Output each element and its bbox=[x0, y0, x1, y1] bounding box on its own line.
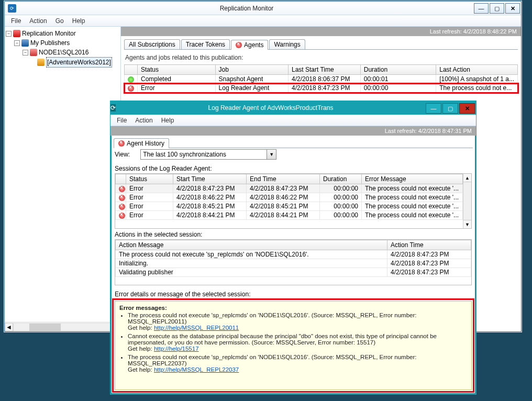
table-row[interactable]: Error4/2/2018 8:46:22 PM4/2/2018 8:46:22… bbox=[116, 193, 463, 202]
error-item: Cannot execute as the database principal… bbox=[128, 333, 467, 352]
actions-grid[interactable]: Action Message Action Time The process c… bbox=[115, 240, 471, 277]
scroll-left-icon[interactable]: ◄ bbox=[5, 323, 13, 331]
error-item: The process could not execute 'sp_replcm… bbox=[128, 354, 467, 373]
log-reader-agent-dialog: ⟳ Log Reader Agent of AdvWorksProductTra… bbox=[110, 101, 476, 395]
maximize-button[interactable]: ▢ bbox=[490, 3, 504, 14]
minimize-button[interactable]: — bbox=[474, 3, 489, 14]
tree-collapse-icon[interactable]: − bbox=[6, 31, 12, 37]
app-icon: ⟳ bbox=[8, 4, 16, 13]
table-row[interactable]: Error4/2/2018 8:44:21 PM4/2/2018 8:44:21… bbox=[116, 211, 463, 220]
error-item: The process could not execute 'sp_replcm… bbox=[128, 312, 467, 331]
error-icon bbox=[119, 213, 125, 219]
tree-collapse-icon[interactable]: − bbox=[23, 50, 28, 55]
tab-agents[interactable]: Agents bbox=[231, 40, 268, 50]
main-titlebar: ⟳ Replication Monitor — ▢ ✕ bbox=[5, 2, 521, 15]
dialog-minimize-button[interactable]: — bbox=[426, 103, 441, 114]
dialog-titlebar: ⟳ Log Reader Agent of AdvWorksProductTra… bbox=[110, 101, 476, 115]
sessions-grid[interactable]: Status Start Time End Time Duration Erro… bbox=[115, 174, 463, 220]
main-menubar: File Action Go Help bbox=[5, 15, 521, 27]
tab-tracer-tokens[interactable]: Tracer Tokens bbox=[181, 39, 230, 49]
dialog-last-refresh: Last refresh: 4/2/2018 8:47:31 PM bbox=[110, 126, 476, 136]
tree-publication[interactable]: [AdventureWorks2012] bbox=[6, 57, 119, 68]
table-row[interactable]: Error4/2/2018 8:47:23 PM4/2/2018 8:47:23… bbox=[116, 184, 463, 193]
error-icon bbox=[236, 42, 242, 48]
agents-grid-header: Status Job Last Start Time Duration Last… bbox=[125, 65, 518, 75]
agents-grid[interactable]: Status Job Last Start Time Duration Last… bbox=[124, 64, 518, 93]
table-row[interactable]: Initializing.4/2/2018 8:47:23 PM bbox=[116, 259, 471, 268]
menu-file[interactable]: File bbox=[113, 116, 131, 125]
menu-file[interactable]: File bbox=[7, 16, 25, 26]
close-button[interactable]: ✕ bbox=[505, 3, 520, 14]
server-error-icon bbox=[30, 49, 37, 56]
tab-agent-history[interactable]: Agent History bbox=[114, 138, 169, 148]
sessions-label: Sessions of the Log Reader Agent: bbox=[110, 163, 476, 173]
menu-help[interactable]: Help bbox=[68, 16, 90, 26]
error-icon bbox=[119, 195, 125, 201]
error-icon bbox=[119, 186, 125, 192]
app-icon: ⟳ bbox=[110, 104, 116, 112]
actions-grid-header: Action Message Action Time bbox=[116, 240, 471, 250]
tree-scrollbar[interactable]: ◄ ► bbox=[5, 322, 120, 331]
scroll-up-icon[interactable]: ▲ bbox=[463, 174, 471, 182]
error-icon bbox=[128, 85, 134, 92]
menu-go[interactable]: Go bbox=[51, 16, 68, 26]
view-combobox[interactable]: The last 100 synchronizations ▼ bbox=[140, 149, 276, 160]
table-row[interactable]: The process could not execute 'sp_replcm… bbox=[116, 250, 471, 259]
dialog-maximize-button[interactable]: ▢ bbox=[442, 103, 458, 114]
scroll-down-icon[interactable]: ▼ bbox=[463, 220, 471, 228]
tab-all-subscriptions[interactable]: All Subscriptions bbox=[124, 39, 180, 49]
dialog-menubar: File Action Help bbox=[110, 115, 476, 126]
success-icon bbox=[128, 76, 134, 83]
error-icon bbox=[118, 140, 125, 147]
tree-collapse-icon[interactable]: − bbox=[14, 40, 20, 46]
dialog-close-button[interactable]: ✕ bbox=[459, 103, 475, 114]
menu-action[interactable]: Action bbox=[25, 16, 51, 26]
tree-pane: − Replication Monitor − My Publishers − … bbox=[5, 27, 121, 331]
last-refresh-bar: Last refresh: 4/2/2018 8:48:22 PM bbox=[121, 27, 521, 36]
sessions-grid-header: Status Start Time End Time Duration Erro… bbox=[116, 174, 463, 184]
replication-monitor-icon bbox=[13, 30, 20, 37]
publishers-icon bbox=[21, 39, 29, 47]
error-details-box: Error messages: The process could not ex… bbox=[115, 301, 472, 390]
main-title: Replication Monitor bbox=[19, 5, 474, 12]
table-row-highlighted[interactable]: Error Log Reader Agent 4/2/2018 8:47:23 … bbox=[125, 84, 518, 93]
error-details-label: Error details or message of the selected… bbox=[110, 288, 476, 299]
menu-help[interactable]: Help bbox=[157, 116, 179, 125]
publication-icon bbox=[37, 59, 45, 66]
table-row[interactable]: Error4/2/2018 8:45:21 PM4/2/2018 8:45:21… bbox=[116, 202, 463, 211]
help-link[interactable]: http://help/15517 bbox=[154, 346, 199, 352]
details-tabs: All Subscriptions Tracer Tokens Agents W… bbox=[121, 36, 521, 49]
view-label: View: bbox=[115, 151, 130, 158]
dialog-title: Log Reader Agent of AdvWorksProductTrans bbox=[116, 104, 426, 112]
help-link[interactable]: http://help/MSSQL_REPL22037 bbox=[154, 366, 239, 373]
tree-node-instance[interactable]: − NODE1\SQL2016 bbox=[6, 48, 119, 57]
agents-list-label: Agents and jobs related to this publicat… bbox=[124, 53, 518, 64]
actions-label: Actions in the selected session: bbox=[110, 229, 476, 239]
table-row[interactable]: Validating publisher4/2/2018 8:47:23 PM bbox=[116, 268, 471, 277]
sessions-scrollbar[interactable]: ▲ ▼ bbox=[463, 174, 471, 228]
tab-warnings[interactable]: Warnings bbox=[269, 39, 305, 49]
help-link[interactable]: http://help/MSSQL_REPL20011 bbox=[154, 325, 239, 331]
error-icon bbox=[119, 204, 125, 210]
chevron-down-icon[interactable]: ▼ bbox=[267, 150, 276, 159]
tree-publishers[interactable]: − My Publishers bbox=[6, 38, 119, 48]
table-row[interactable]: Completed Snapshot Agent 4/2/2018 8:06:3… bbox=[125, 75, 518, 84]
error-header: Error messages: bbox=[119, 305, 167, 311]
menu-action[interactable]: Action bbox=[131, 116, 157, 125]
tree-root[interactable]: − Replication Monitor bbox=[6, 29, 119, 38]
